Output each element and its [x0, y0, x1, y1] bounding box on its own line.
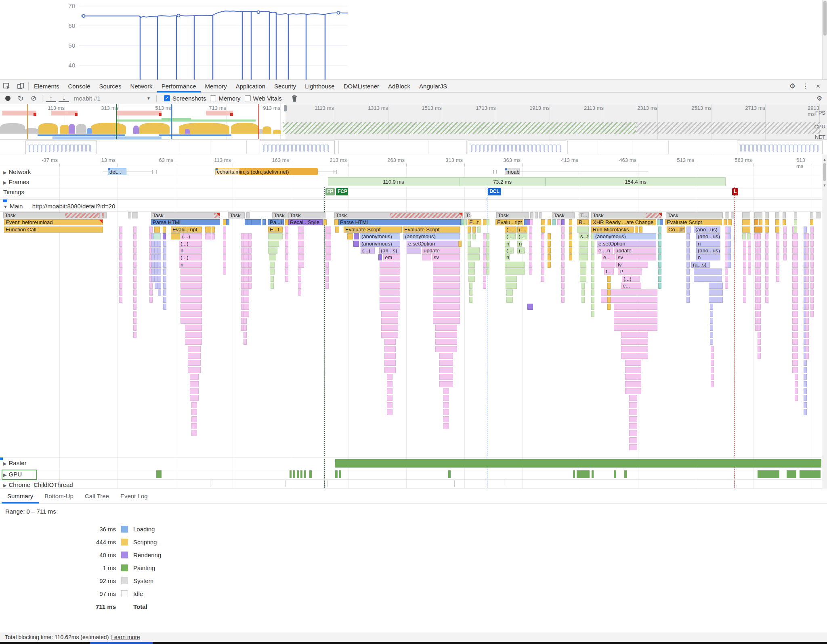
flame-bar[interactable]: Task: [334, 212, 463, 218]
flame-fragment[interactable]: [591, 262, 594, 268]
load-profile-icon[interactable]: ↑: [46, 95, 56, 102]
flame-fragment[interactable]: [541, 269, 544, 275]
flame-fragment[interactable]: [529, 227, 532, 233]
flame-fragment[interactable]: [658, 283, 661, 289]
flame-bar[interactable]: R...: [577, 219, 589, 225]
flame-fragment[interactable]: [710, 339, 713, 345]
flame-fragment[interactable]: [163, 276, 166, 282]
flame-fragment[interactable]: [119, 297, 122, 303]
checkbox-box[interactable]: [245, 95, 251, 101]
flame-fragment[interactable]: [743, 262, 746, 268]
flame-fragment[interactable]: [591, 289, 594, 296]
flame-fragment[interactable]: [486, 241, 489, 247]
frame-segment[interactable]: 110.9 ms: [328, 177, 459, 186]
flame-fragment[interactable]: [529, 248, 532, 254]
flame-fragment[interactable]: [758, 318, 761, 324]
flame-bar[interactable]: [794, 219, 797, 225]
flame-fragment[interactable]: [325, 269, 329, 275]
flame-fragment[interactable]: [795, 353, 798, 359]
flame-fragment[interactable]: [506, 276, 517, 282]
flame-fragment[interactable]: [541, 262, 544, 268]
flame-fragment[interactable]: [783, 233, 787, 239]
flame-fragment[interactable]: [569, 248, 572, 254]
flame-bar[interactable]: XHR Ready ...ate Change: [591, 219, 656, 225]
flame-fragment[interactable]: [285, 227, 288, 233]
flame-fragment[interactable]: [439, 360, 453, 366]
flame-fragment[interactable]: [133, 318, 136, 324]
flame-bar[interactable]: [472, 227, 476, 233]
flame-fragment[interactable]: [133, 276, 136, 282]
flame-bar[interactable]: [422, 254, 431, 260]
flame-fragment[interactable]: [795, 233, 798, 239]
gpu-activity-bar[interactable]: [335, 470, 338, 478]
flame-bar[interactable]: [765, 219, 769, 225]
flame-fragment[interactable]: [133, 289, 136, 296]
flame-fragment[interactable]: [223, 241, 226, 247]
flame-bar[interactable]: [132, 212, 138, 218]
flame-fragment[interactable]: [758, 254, 761, 260]
screenshot-thumbnail[interactable]: [260, 141, 335, 154]
checkbox-screenshots[interactable]: ✓Screenshots: [164, 95, 206, 102]
row-label-timings[interactable]: Timings: [3, 189, 24, 195]
flame-fragment[interactable]: [686, 241, 690, 247]
flame-fragment[interactable]: [686, 289, 690, 296]
page-scrollbar-thumb[interactable]: [823, 1, 827, 36]
flame-fragment[interactable]: [765, 254, 768, 260]
flame-fragment[interactable]: [728, 227, 731, 233]
flame-fragment[interactable]: [806, 269, 809, 275]
flame-bar[interactable]: [468, 227, 471, 233]
flame-bar[interactable]: [248, 219, 251, 225]
flame-fragment[interactable]: [387, 409, 393, 415]
flame-bar[interactable]: [208, 233, 211, 239]
flame-bar[interactable]: [154, 227, 160, 233]
flame-bar[interactable]: [724, 219, 727, 225]
flame-bar[interactable]: [477, 227, 481, 233]
flame-fragment[interactable]: [188, 360, 201, 366]
flame-fragment[interactable]: [443, 409, 449, 415]
flame-bar[interactable]: Task: [288, 212, 325, 218]
flame-fragment[interactable]: [384, 353, 396, 359]
flame-fragment[interactable]: [758, 262, 761, 268]
flame-bar[interactable]: Task: [666, 212, 723, 218]
flame-fragment[interactable]: [163, 269, 166, 275]
bottom-tab-call-tree[interactable]: Call Tree: [79, 489, 115, 503]
flame-fragment[interactable]: [301, 248, 304, 254]
tab-angularjs[interactable]: AngularJS: [415, 80, 451, 92]
flame-fragment[interactable]: [621, 339, 648, 345]
flame-fragment[interactable]: [380, 269, 400, 275]
flame-fragment[interactable]: [433, 318, 460, 324]
flame-fragment[interactable]: [614, 318, 657, 324]
screenshot-thumbnail[interactable]: [737, 141, 823, 154]
flame-bar[interactable]: n: [505, 254, 510, 260]
flame-bar[interactable]: [163, 227, 166, 233]
flame-fragment[interactable]: [384, 339, 396, 345]
flame-fragment[interactable]: [380, 276, 400, 282]
flame-bar[interactable]: [530, 219, 533, 225]
flame-fragment[interactable]: [248, 283, 252, 289]
flame-fragment[interactable]: [381, 318, 398, 324]
flame-bar[interactable]: [686, 227, 691, 233]
flame-bar[interactable]: [378, 254, 382, 260]
flame-fragment[interactable]: [155, 283, 158, 289]
flame-fragment[interactable]: [743, 289, 746, 296]
flame-fragment[interactable]: [806, 332, 809, 338]
flame-fragment[interactable]: [163, 304, 166, 310]
flame-bar[interactable]: (ano...us): [696, 248, 720, 254]
flame-bar[interactable]: [742, 219, 750, 225]
flame-bar[interactable]: [557, 219, 560, 225]
flame-fragment[interactable]: [728, 248, 731, 254]
flame-fragment[interactable]: [188, 346, 201, 352]
flame-fragment[interactable]: [579, 248, 588, 254]
flame-fragment[interactable]: [561, 262, 565, 268]
flame-bar[interactable]: [765, 212, 769, 218]
flame-fragment[interactable]: [285, 276, 288, 282]
flame-bar[interactable]: sv: [432, 254, 460, 260]
flame-fragment[interactable]: [151, 269, 155, 275]
flame-fragment[interactable]: [486, 248, 489, 254]
raster-activity-bar[interactable]: [335, 459, 821, 468]
flame-bar[interactable]: [268, 248, 277, 254]
flame-fragment[interactable]: [686, 248, 690, 254]
flame-bar[interactable]: E...t: [268, 227, 283, 233]
flame-fragment[interactable]: [548, 241, 551, 247]
flame-fragment[interactable]: [621, 332, 648, 338]
